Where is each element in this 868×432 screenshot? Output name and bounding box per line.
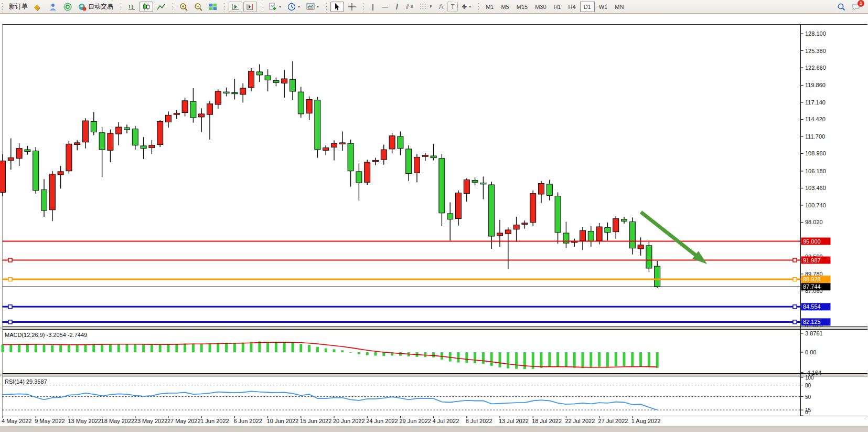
svg-text:119.860: 119.860 [805, 82, 826, 88]
svg-text:4 Jul 2022: 4 Jul 2022 [433, 418, 459, 424]
svg-text:50: 50 [805, 394, 811, 400]
svg-text:100.740: 100.740 [805, 202, 826, 208]
svg-text:8 Jul 2022: 8 Jul 2022 [466, 418, 492, 424]
svg-text:128.100: 128.100 [805, 30, 826, 37]
svg-text:13 May 2022: 13 May 2022 [68, 418, 101, 424]
svg-text:100: 100 [805, 375, 814, 381]
svg-text:22 Jul 2022: 22 Jul 2022 [565, 418, 595, 424]
svg-text:3.8761: 3.8761 [805, 330, 823, 336]
svg-text:27 Jul 2022: 27 Jul 2022 [598, 418, 628, 424]
svg-text:91.987: 91.987 [803, 257, 821, 264]
svg-text:20 Jun 2022: 20 Jun 2022 [333, 418, 365, 424]
svg-text:24 Jun 2022: 24 Jun 2022 [366, 418, 398, 424]
svg-text:122.660: 122.660 [805, 65, 826, 71]
svg-text:0: 0 [805, 409, 808, 415]
svg-text:15 Jun 2022: 15 Jun 2022 [300, 418, 332, 424]
svg-text:18 May 2022: 18 May 2022 [101, 418, 135, 424]
svg-text:23 May 2022: 23 May 2022 [134, 418, 168, 424]
svg-text:27 May 2022: 27 May 2022 [167, 418, 201, 424]
svg-text:18 Jul 2022: 18 Jul 2022 [532, 418, 562, 424]
svg-text:88.928: 88.928 [803, 276, 821, 282]
svg-text:10 Jun 2022: 10 Jun 2022 [267, 418, 299, 424]
svg-text:84.554: 84.554 [803, 303, 821, 310]
chart-canvas[interactable]: 128.100125.380122.660119.860117.140114.4… [0, 0, 868, 432]
svg-text:1 Aug 2022: 1 Aug 2022 [631, 418, 661, 424]
svg-text:95.000: 95.000 [803, 238, 821, 245]
svg-text:103.460: 103.460 [805, 185, 826, 191]
svg-text:1 Jun 2022: 1 Jun 2022 [200, 418, 229, 424]
svg-text:9 May 2022: 9 May 2022 [35, 418, 65, 424]
svg-text:RSI(14) 29.3587: RSI(14) 29.3587 [5, 378, 47, 385]
svg-text:106.180: 106.180 [805, 168, 826, 174]
svg-text:111.700: 111.700 [805, 133, 825, 140]
svg-text:13 Jul 2022: 13 Jul 2022 [499, 418, 529, 424]
svg-text:82.125: 82.125 [803, 319, 821, 325]
svg-text:0.00: 0.00 [805, 349, 816, 355]
svg-text:98.020: 98.020 [805, 219, 823, 225]
svg-text:87.744: 87.744 [803, 283, 821, 290]
window-bottom-edge [0, 426, 868, 432]
svg-text:80: 80 [805, 383, 811, 388]
svg-text:MACD(12,26,9) -3.2054 -2.7449: MACD(12,26,9) -3.2054 -2.7449 [5, 332, 87, 338]
svg-text:108.980: 108.980 [805, 150, 826, 156]
svg-text:114.420: 114.420 [805, 116, 826, 122]
panel-frames [0, 14, 868, 426]
svg-text:29 Jun 2022: 29 Jun 2022 [399, 418, 431, 424]
svg-text:6 Jun 2022: 6 Jun 2022 [233, 418, 262, 424]
svg-text:125.380: 125.380 [805, 48, 826, 54]
svg-text:4 May 2022: 4 May 2022 [2, 418, 31, 424]
svg-text:117.140: 117.140 [805, 99, 826, 106]
